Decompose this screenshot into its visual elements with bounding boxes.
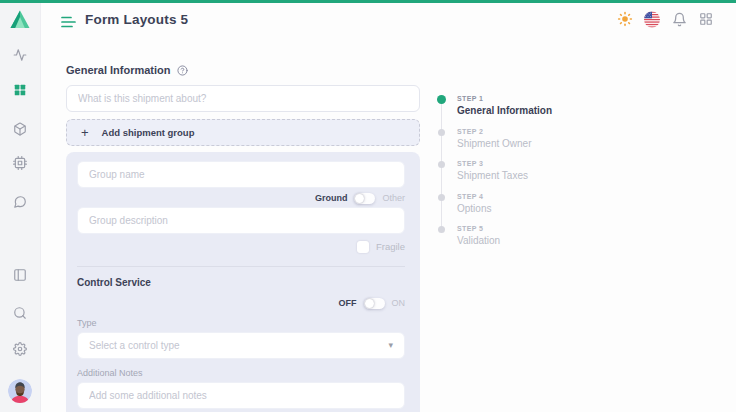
other-label: Other [382, 193, 405, 203]
step-item-general-information[interactable]: STEP 1 General Information [432, 95, 632, 116]
step-label: Validation [457, 235, 632, 246]
type-field-label: Type [77, 318, 405, 328]
chat-icon[interactable] [13, 195, 27, 209]
step-label: Shipment Owner [457, 138, 632, 149]
top-header: Form Layouts 5 [40, 3, 736, 45]
top-accent-bar [0, 0, 736, 3]
step-label: General Information [457, 105, 632, 116]
step-caption: STEP 4 [457, 193, 632, 200]
shipment-about-input[interactable] [66, 85, 420, 112]
section-title: General Information [66, 64, 171, 76]
chevron-down-icon: ▾ [388, 341, 393, 350]
menu-toggle-icon[interactable] [61, 14, 76, 26]
page-title: Form Layouts 5 [85, 12, 188, 27]
step-dot [438, 226, 445, 233]
step-item-shipment-owner[interactable]: STEP 2 Shipment Owner [432, 128, 632, 149]
toggle-knob [355, 194, 364, 203]
step-item-shipment-taxes[interactable]: STEP 3 Shipment Taxes [432, 160, 632, 181]
wizard-steps: STEP 1 General Information STEP 2 Shipme… [432, 95, 632, 258]
plus-icon: + [81, 126, 89, 139]
step-caption: STEP 5 [457, 225, 632, 232]
step-dot [438, 129, 445, 136]
language-us-flag-icon[interactable] [644, 11, 660, 27]
notes-field-label: Additional Notes [77, 368, 405, 378]
step-label: Shipment Taxes [457, 170, 632, 181]
control-type-select[interactable]: Select a control type ▾ [77, 332, 405, 359]
control-service-toggle[interactable] [364, 298, 385, 309]
step-label: Options [457, 203, 632, 214]
ground-other-toggle[interactable] [354, 193, 375, 204]
layout-icon[interactable] [13, 268, 27, 282]
select-placeholder: Select a control type [89, 340, 180, 351]
step-dot [438, 161, 445, 168]
shipment-group-card: Ground Other Fragile Control Service OFF… [66, 152, 420, 412]
toggle-knob [365, 299, 374, 308]
step-dot [438, 194, 445, 201]
fragile-label: Fragile [376, 241, 405, 252]
help-circle-icon[interactable] [177, 65, 188, 76]
step-item-options[interactable]: STEP 4 Options [432, 193, 632, 214]
sidebar [0, 3, 41, 412]
additional-notes-input[interactable] [77, 382, 405, 409]
topbar-actions [617, 11, 714, 27]
step-dot [437, 95, 446, 104]
notifications-bell-icon[interactable] [671, 11, 687, 27]
activity-icon[interactable] [13, 48, 27, 62]
step-caption: STEP 1 [457, 95, 632, 102]
step-caption: STEP 2 [457, 128, 632, 135]
cpu-icon[interactable] [13, 156, 27, 170]
user-avatar[interactable] [8, 379, 32, 403]
ground-label: Ground [315, 193, 348, 203]
app-window: Form Layouts 5 [0, 0, 736, 412]
on-label: ON [392, 298, 406, 308]
box-icon[interactable] [13, 122, 27, 136]
group-name-input[interactable] [77, 161, 405, 188]
step-caption: STEP 3 [457, 160, 632, 167]
step-item-validation[interactable]: STEP 5 Validation [432, 225, 632, 246]
grid-icon[interactable] [13, 83, 27, 97]
apps-grid-icon[interactable] [698, 11, 714, 27]
control-service-title: Control Service [77, 277, 405, 288]
form-column: General Information + Add shipment group… [66, 64, 420, 412]
fragile-checkbox[interactable] [357, 241, 369, 253]
settings-icon[interactable] [13, 342, 27, 356]
add-shipment-group-button[interactable]: + Add shipment group [66, 119, 420, 146]
app-logo[interactable] [10, 10, 30, 29]
off-label: OFF [339, 298, 357, 308]
group-description-input[interactable] [77, 207, 405, 234]
section-divider [77, 266, 405, 267]
search-icon[interactable] [13, 306, 27, 320]
theme-sun-icon[interactable] [617, 11, 633, 27]
add-group-label: Add shipment group [102, 127, 195, 138]
